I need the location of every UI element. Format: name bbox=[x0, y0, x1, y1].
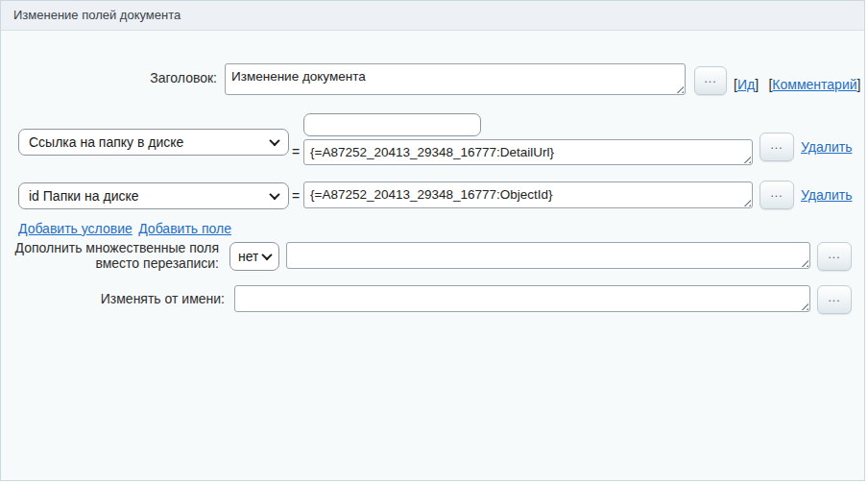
add-links-row: Добавить условие Добавить поле bbox=[18, 220, 231, 237]
activity-settings-panel: Изменение полей документа Заголовок: Изм… bbox=[0, 0, 865, 481]
field-select-1[interactable]: Ссылка на папку в диске bbox=[18, 129, 289, 156]
field-select-2-value: id Папки на диске bbox=[29, 188, 263, 204]
modify-as-picker-button[interactable]: ... bbox=[817, 285, 852, 314]
multiple-fields-select[interactable]: нет bbox=[229, 242, 279, 271]
title-input[interactable]: Изменение документа bbox=[225, 63, 686, 95]
chevron-down-icon bbox=[269, 135, 279, 146]
id-link[interactable]: Ид bbox=[737, 77, 755, 92]
modify-as-value-wrap bbox=[234, 285, 810, 312]
chevron-down-icon bbox=[261, 250, 272, 260]
field-value-wrap-2: {=A87252_20413_29348_16777:ObjectId} bbox=[303, 182, 753, 208]
title-links: [Ид] [Комментарий] bbox=[734, 76, 860, 93]
field-value-input-1[interactable]: {=A87252_20413_29348_16777:DetailUrl} bbox=[303, 139, 753, 165]
field-select-1-value: Ссылка на папку в диске bbox=[29, 134, 263, 150]
modify-as-input[interactable] bbox=[234, 285, 810, 312]
comment-link[interactable]: Комментарий bbox=[772, 77, 856, 92]
field-picker-button-1[interactable]: ... bbox=[760, 133, 794, 161]
multiple-fields-label: Дополнить множественные поля вместо пере… bbox=[1, 240, 219, 271]
title-picker-button[interactable]: ... bbox=[694, 66, 727, 95]
multiple-fields-label-line1: Дополнить множественные поля bbox=[1, 240, 219, 255]
chevron-down-icon bbox=[269, 189, 279, 200]
multiple-fields-select-value: нет bbox=[238, 249, 258, 264]
field-extra-input-1[interactable] bbox=[303, 113, 481, 136]
title-field-wrap: Изменение документа bbox=[225, 63, 686, 95]
comment-link-bracket-close: ] bbox=[857, 77, 861, 92]
multiple-fields-picker-button[interactable]: ... bbox=[817, 242, 852, 271]
multiple-fields-input[interactable] bbox=[286, 242, 810, 269]
title-label: Заголовок: bbox=[1, 70, 217, 85]
field-picker-button-2[interactable]: ... bbox=[760, 181, 794, 209]
panel-title: Изменение полей документа bbox=[1, 1, 864, 31]
id-link-bracket-close: ] bbox=[755, 77, 759, 92]
multiple-fields-value-wrap bbox=[286, 242, 810, 269]
field-value-wrap-1: {=A87252_20413_29348_16777:DetailUrl} bbox=[303, 139, 753, 165]
equals-sign-1: = bbox=[292, 144, 300, 159]
multiple-fields-label-line2: вместо перезаписи: bbox=[1, 255, 219, 271]
add-field-link[interactable]: Добавить поле bbox=[138, 221, 231, 236]
field-value-input-2[interactable]: {=A87252_20413_29348_16777:ObjectId} bbox=[303, 182, 753, 208]
modify-as-label: Изменять от имени: bbox=[1, 291, 225, 306]
equals-sign-2: = bbox=[292, 188, 300, 204]
add-condition-link[interactable]: Добавить условие bbox=[18, 221, 133, 236]
delete-field-link-2[interactable]: Удалить bbox=[801, 187, 852, 203]
delete-field-link-1[interactable]: Удалить bbox=[801, 139, 852, 155]
field-select-2[interactable]: id Папки на диске bbox=[18, 182, 289, 209]
